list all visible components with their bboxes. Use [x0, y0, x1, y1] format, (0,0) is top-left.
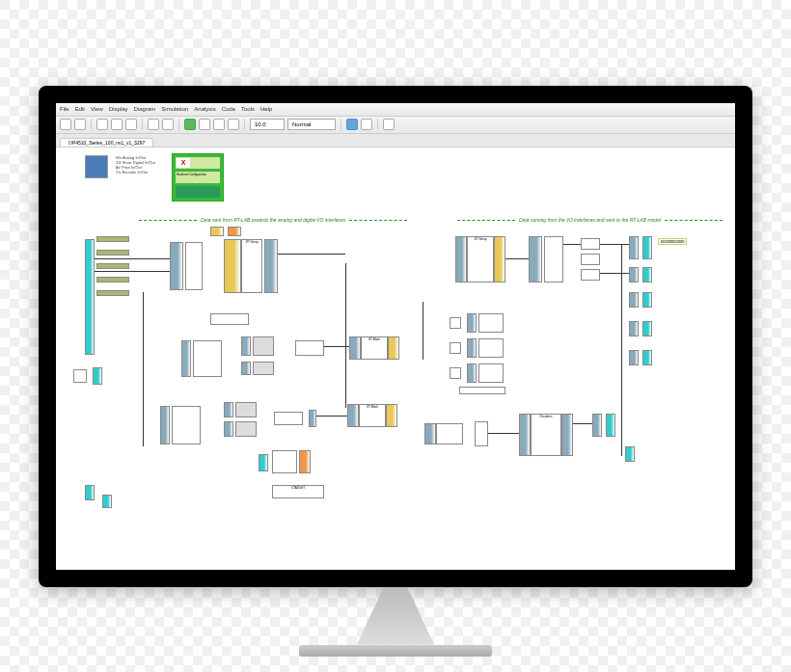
- out-sel-1[interactable]: [629, 236, 639, 259]
- step-forward-button[interactable]: [199, 119, 210, 130]
- library-button[interactable]: [148, 119, 159, 130]
- mux-left[interactable]: [170, 242, 183, 290]
- bsel-2[interactable]: [467, 338, 477, 358]
- scope-2[interactable]: [581, 254, 600, 265]
- stop-time-input[interactable]: 10.0: [250, 119, 285, 130]
- menu-diagram[interactable]: Diagram: [134, 106, 156, 112]
- blend-3[interactable]: [478, 363, 504, 383]
- select-3[interactable]: [241, 362, 251, 375]
- slot-5[interactable]: [96, 290, 129, 296]
- out-bus-5[interactable]: [642, 350, 652, 365]
- dataout-bus[interactable]: [625, 446, 635, 462]
- out-sel-4[interactable]: [629, 321, 639, 336]
- model-advisor-button[interactable]: [383, 119, 395, 130]
- const-1[interactable]: [450, 317, 461, 329]
- io-block-1[interactable]: I/O Block: [361, 336, 388, 360]
- qe-subsys[interactable]: [436, 423, 463, 444]
- blend-2[interactable]: [478, 338, 504, 358]
- fpga-config-block[interactable]: X Hardcore Configuration: [172, 153, 224, 202]
- menu-code[interactable]: Code: [222, 106, 235, 112]
- tab-model-1[interactable]: OP4510_Series_100_ns1_v1_3297: [60, 138, 153, 147]
- enc-out[interactable]: [299, 450, 311, 473]
- model-config-button[interactable]: [162, 119, 174, 130]
- datain-block[interactable]: [93, 367, 102, 385]
- iosetup-left-ports[interactable]: [264, 239, 278, 293]
- subsys-2[interactable]: [172, 406, 201, 444]
- out-sel-2[interactable]: [629, 267, 639, 282]
- back-button[interactable]: [96, 119, 108, 130]
- select-1[interactable]: [181, 340, 191, 377]
- scope-1[interactable]: [581, 238, 600, 250]
- dout-select02[interactable]: [274, 412, 303, 425]
- ioblk-out[interactable]: [388, 336, 399, 360]
- simulation-mode-select[interactable]: Normal: [287, 119, 336, 130]
- stop-button[interactable]: [213, 119, 225, 130]
- iosetup-left[interactable]: I/O Setup: [241, 239, 262, 293]
- ioblk2-out[interactable]: [386, 404, 397, 427]
- demux-left[interactable]: [185, 242, 203, 290]
- emit-sel[interactable]: [592, 414, 602, 437]
- diagram-canvas[interactable]: H/s Analog In/Out 2/4 Static Digital In/…: [56, 148, 735, 570]
- sel-7[interactable]: [309, 410, 316, 427]
- emit-bus[interactable]: [606, 414, 615, 437]
- encsel[interactable]: [259, 454, 268, 471]
- const-3[interactable]: [450, 367, 461, 379]
- gain-tiny-2[interactable]: [228, 227, 241, 236]
- ground-block[interactable]: [73, 369, 87, 383]
- slot-3[interactable]: [96, 263, 129, 269]
- menu-tools[interactable]: Tools: [241, 106, 255, 112]
- menu-analysis[interactable]: Analysis: [194, 106, 215, 112]
- sel-6[interactable]: [224, 421, 233, 437]
- select-2[interactable]: [241, 336, 251, 356]
- slot-4[interactable]: [96, 277, 129, 282]
- out-bus-3[interactable]: [642, 292, 652, 308]
- slot-1[interactable]: [96, 236, 129, 242]
- slot-2[interactable]: [96, 250, 129, 255]
- dout-select01[interactable]: [295, 340, 324, 356]
- save-button[interactable]: [74, 119, 86, 130]
- bsel-3[interactable]: [467, 363, 477, 383]
- pulsew-block[interactable]: [459, 387, 505, 394]
- build-button[interactable]: [361, 119, 372, 130]
- qe-in[interactable]: [424, 423, 436, 444]
- dec-out[interactable]: [561, 414, 573, 456]
- menu-edit[interactable]: Edit: [75, 106, 85, 112]
- io-block-2[interactable]: I/O Block: [359, 404, 386, 427]
- datachkH-2[interactable]: [253, 362, 274, 375]
- up-button[interactable]: [125, 119, 137, 130]
- r-out-1[interactable]: [494, 236, 505, 282]
- input-bus-left[interactable]: [85, 239, 95, 355]
- subsys-1[interactable]: [193, 340, 222, 377]
- out-bus-1[interactable]: [642, 236, 652, 259]
- menu-display[interactable]: Display: [109, 106, 128, 112]
- dec-in[interactable]: [519, 414, 531, 456]
- menu-simulation[interactable]: Simulation: [161, 106, 188, 112]
- datachkH-1[interactable]: [253, 336, 274, 356]
- out-sel-3[interactable]: [629, 292, 639, 308]
- ioblk2-in[interactable]: [347, 404, 359, 427]
- out-sel-5[interactable]: [629, 350, 639, 365]
- forward-button[interactable]: [111, 119, 123, 130]
- r-io-1[interactable]: I/O Setup: [467, 236, 494, 282]
- bsel-1[interactable]: [467, 313, 477, 333]
- r-demux[interactable]: [529, 236, 542, 282]
- select-4[interactable]: [160, 406, 170, 444]
- new-button[interactable]: [60, 119, 71, 130]
- dc-2[interactable]: [235, 421, 257, 437]
- gain-tiny-1[interactable]: [210, 227, 224, 236]
- pause-button[interactable]: [228, 119, 239, 130]
- qe-sum[interactable]: [475, 421, 488, 446]
- pulsegen-block[interactable]: [210, 313, 249, 325]
- dc-1[interactable]: [235, 402, 257, 417]
- scope-3[interactable]: [581, 269, 600, 281]
- ioblk-in[interactable]: [349, 336, 361, 360]
- menu-file[interactable]: File: [60, 106, 69, 112]
- r-in-1[interactable]: [455, 236, 467, 282]
- fast-restart-button[interactable]: [346, 119, 358, 130]
- out-bus-2[interactable]: [642, 267, 652, 282]
- const-2[interactable]: [450, 342, 461, 354]
- blend-1[interactable]: [478, 313, 504, 333]
- out-bus-4[interactable]: [642, 321, 652, 336]
- enc-subsys[interactable]: [272, 450, 297, 473]
- menu-view[interactable]: View: [91, 106, 103, 112]
